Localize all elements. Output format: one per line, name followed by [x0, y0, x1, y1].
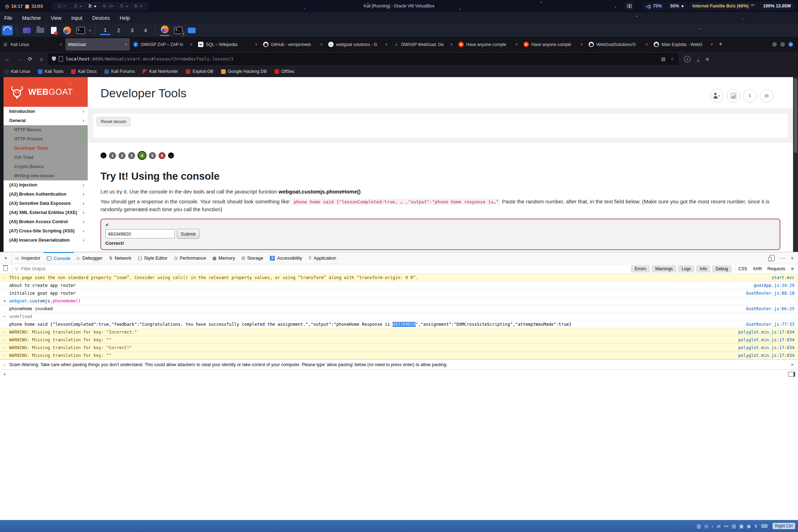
prev-page-button[interactable]: ← [100, 152, 106, 158]
display-icon[interactable]: ▣ [739, 524, 744, 529]
source-link[interactable]: goatApp.js:24:29 [750, 283, 798, 288]
filter-warnings-button[interactable]: Warnings [652, 265, 676, 272]
brightness-indicator[interactable]: 50%● [667, 2, 688, 10]
tab-network[interactable]: ⇅Network [106, 252, 135, 264]
console-settings-icon[interactable]: ✳ [790, 266, 794, 272]
sidebar-item-a2-broken-auth[interactable]: (A2) Broken Authentication› [4, 190, 88, 199]
sidebar-item-writing-new-lesson[interactable]: Writing new lesson [4, 171, 88, 180]
page-5-button[interactable]: 5 [149, 152, 156, 159]
bookmark-star-icon[interactable]: ☆ [670, 56, 675, 62]
file-manager-button[interactable] [35, 25, 46, 35]
sidebar-item-a5-broken-access[interactable]: (A5) Broken Access Control› [4, 217, 88, 226]
tab-main-exploits[interactable]: ⬤Main Exploits · WebG× [651, 38, 716, 51]
volume-indicator[interactable]: ◁)75% [642, 2, 665, 10]
shared-folders-icon[interactable]: ▤ [732, 524, 736, 529]
tab-inspector[interactable]: ▭Inspector [12, 252, 44, 264]
pager-workspace-2[interactable]: 2 [113, 26, 124, 34]
tab-reddit-1[interactable]: ʘHave anyone comple× [456, 38, 520, 51]
usb-icon[interactable]: ⊷ [724, 524, 728, 529]
tab-accessibility[interactable]: ♿Accessibility [266, 252, 305, 264]
bookmark-exploit-db[interactable]: Exploit-DB [186, 69, 213, 74]
recording-icon[interactable]: ◉ [747, 524, 751, 529]
sidebar-item-developer-tools-active[interactable]: Developer Tools [4, 144, 88, 153]
filter-requests-button[interactable]: Requests [768, 266, 786, 271]
close-tab-icon[interactable]: × [385, 42, 388, 47]
workspace-switcher[interactable]: 1:>_ 2:● 3:● 4:</> 5:● 6:● [52, 2, 148, 10]
close-window-button[interactable]: × [788, 42, 793, 47]
new-tab-button[interactable]: + [719, 41, 723, 48]
home-button[interactable]: ⌂ [37, 56, 46, 62]
tab-style-editor[interactable]: { }Style Editor [135, 252, 171, 264]
pager-workspace-3[interactable]: 3 [127, 26, 137, 34]
mouse-icon[interactable]: ↯ [754, 524, 758, 529]
bookmark-kali-linux[interactable]: Kali Linux [4, 69, 30, 74]
close-tab-icon[interactable]: × [59, 42, 62, 47]
bookmark-kali-nethunter[interactable]: Kali NetHunter [143, 69, 178, 74]
menu-view[interactable]: View [46, 13, 65, 23]
close-tab-icon[interactable]: × [710, 42, 713, 47]
clear-console-icon[interactable] [4, 267, 8, 271]
source-link[interactable]: polyglot.min.js:17:834 [735, 353, 798, 358]
dismiss-scam-warning-icon[interactable]: × [787, 362, 798, 368]
tab-github-vernjan[interactable]: ⬤GitHub - vernjan/web× [261, 38, 325, 51]
sidebar-item-a3-sensitive-data[interactable]: (A3) Sensitive Data Exposure› [4, 199, 88, 208]
source-link[interactable]: polyglot.min.js:17:834 [735, 337, 798, 342]
maximize-button[interactable] [780, 42, 785, 47]
taskbar-terminal-button[interactable]: $_3 [173, 25, 184, 35]
source-link[interactable]: polyglot.min.js:17:834 [735, 330, 798, 335]
menu-devices[interactable]: Devices [88, 13, 114, 23]
sidebar-item-a7-xss[interactable]: (A7) Cross-Site Scripting (XSS)› [4, 226, 88, 236]
tab-owasp-webgoat[interactable]: ◑OWASP WebGoat: Ge× [391, 38, 455, 51]
close-tab-icon[interactable]: × [255, 42, 258, 47]
sidebar-item-http-basics[interactable]: HTTP Basics✔ [4, 125, 88, 134]
user-menu-button[interactable]: ▾ [710, 89, 723, 103]
tab-webgoat-solutions-search[interactable]: Gwebgoat solutions - G× [326, 38, 390, 51]
menu-machine[interactable]: Machine [18, 13, 45, 23]
sidebar-item-general[interactable]: General› [4, 116, 88, 125]
terminal-launcher-button[interactable]: $_ [75, 25, 86, 35]
tab-kali-linux[interactable]: kKali Linux× [0, 38, 65, 51]
firefox-launcher-button[interactable] [62, 25, 73, 35]
keyboard-indicator-icon[interactable] [624, 2, 635, 10]
pager-workspace-1[interactable]: 1 [100, 26, 110, 35]
reset-lesson-button[interactable]: Reset lesson [97, 117, 131, 126]
source-link[interactable]: GoatRouter.js:66:25 [742, 306, 798, 311]
bookmark-google-hacking-db[interactable]: Google Hacking DB [221, 69, 267, 74]
bookmark-kali-forums[interactable]: Kali Forums [104, 69, 135, 74]
keyboard-icon[interactable]: ⌨ [761, 524, 768, 529]
workspace-1[interactable]: 1:>_ [58, 4, 68, 8]
sidebar-item-introduction[interactable]: Introduction› [4, 107, 88, 116]
sidebar-item-a4-xxe[interactable]: (A4) XML External Entities (XXE)› [4, 208, 88, 217]
url-text[interactable]: localhost:8080/WebGoat/start.mvc#lesson/… [66, 56, 658, 62]
tab-memory[interactable]: ▦Memory [209, 252, 238, 264]
workspace-6[interactable]: 6:● [134, 4, 142, 8]
reader-mode-icon[interactable]: ▤ [661, 56, 665, 62]
power-indicator[interactable]: 100% 13.05W [759, 2, 794, 10]
devtools-menu-icon[interactable]: ⋯ [780, 255, 785, 261]
tab-debugger[interactable]: ▷Debugger [74, 252, 106, 264]
sidebar-item-cia-triad[interactable]: CIA Triad [4, 153, 88, 162]
workspace-5[interactable]: 5:● [120, 4, 128, 8]
close-tab-icon[interactable]: × [580, 42, 583, 47]
audio-icon[interactable]: ♪ [711, 524, 714, 529]
menu-file[interactable]: File [0, 13, 17, 23]
reload-button[interactable]: ⟳ [25, 56, 35, 62]
source-link[interactable]: GoatRouter.js:77:33 [742, 322, 798, 327]
source-link[interactable]: GoatRouter.js:88:18 [742, 291, 798, 296]
submit-button[interactable]: Submit [177, 229, 200, 239]
pager-workspace-4[interactable]: 4 [140, 26, 151, 34]
network-icon[interactable]: ⇄ [717, 524, 721, 529]
page-scrollbar[interactable] [793, 77, 798, 252]
tab-reddit-2[interactable]: ʘHave anyone comple× [521, 38, 585, 51]
tab-performance[interactable]: ◷Performance [170, 252, 209, 264]
downloads-icon[interactable]: ↓ [697, 56, 700, 62]
bookmark-kali-tools[interactable]: Kali Tools [38, 69, 63, 74]
tab-webgoat-active[interactable]: WebGoat× [65, 38, 130, 51]
minimize-button[interactable] [772, 42, 777, 47]
tab-owasp-zap[interactable]: ZOWASP ZAP – ZAP in× [131, 38, 195, 51]
contact-button[interactable]: ✉ [760, 89, 773, 103]
page-info-icon[interactable] [59, 56, 63, 62]
launcher-dropdown-icon[interactable]: ˅ [89, 28, 91, 33]
sidebar-item-http-proxies[interactable]: HTTP Proxies✔ [4, 134, 88, 144]
filter-logs-button[interactable]: Logs [678, 265, 694, 272]
